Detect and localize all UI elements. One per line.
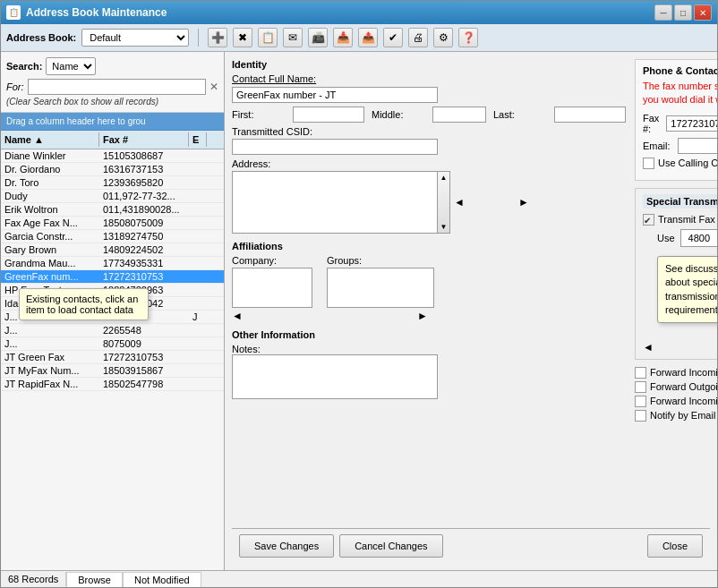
save-changes-button[interactable]: Save Changes — [239, 534, 334, 558]
affiliations-next-icon[interactable]: ► — [417, 310, 428, 322]
csid-label-row: Transmitted CSID: — [232, 126, 626, 137]
address-input[interactable] — [232, 171, 438, 234]
first-name-input[interactable] — [293, 107, 364, 123]
toolbar-separator — [198, 29, 199, 47]
middle-label: Middle: — [372, 109, 425, 120]
contact-row[interactable]: Grandma Mau...17734935331 — [1, 257, 224, 270]
close-window-button[interactable]: ✕ — [694, 4, 712, 21]
contact-row[interactable]: JT Green Fax17272310753 — [1, 351, 224, 364]
address-nav: ◄ ► — [450, 171, 529, 234]
address-prev-icon[interactable]: ◄ — [454, 196, 465, 209]
use-label: Use — [657, 233, 675, 243]
toolbar-btn-email[interactable]: ✉ — [283, 28, 303, 47]
toolbar-btn-copy[interactable]: 📋 — [258, 28, 278, 47]
transmit-baud-row: ✔ Transmit Fax at Specific Baud Rate — [643, 214, 717, 226]
toolbar-btn-add[interactable]: ➕ — [208, 28, 227, 47]
col-header-fax[interactable]: Fax # — [99, 132, 189, 147]
company-col: Company: — [232, 255, 312, 308]
contact-row[interactable]: J...8075009 — [1, 337, 224, 351]
special-tx-title: Special Transmission Requirements — [643, 194, 717, 209]
search-row: Search: Name — [6, 57, 218, 75]
toolbar-btn-import[interactable]: 📥 — [333, 28, 353, 47]
affiliations-section: Affiliations Company: Groups: — [232, 241, 626, 322]
phone-contact-section: Phone & Contact The fax number should be… — [635, 59, 717, 181]
search-area: Search: Name For: ✕ (Clear Search box to… — [1, 52, 224, 113]
contact-full-name-label: Contact Full Name: — [232, 73, 316, 84]
browse-tab[interactable]: Browse — [66, 572, 123, 587]
contact-row[interactable]: Dudy011,972-77-32... — [1, 190, 224, 203]
other-section: Other Information Notes: — [232, 329, 626, 401]
clear-search-button[interactable]: ✕ — [209, 81, 218, 93]
toolbar-btn-print[interactable]: 🖨 — [408, 28, 428, 47]
contact-list[interactable]: Diane Winkler15105308687 Dr. Giordano163… — [1, 149, 224, 570]
affiliations-nav: ◄ ► — [232, 310, 626, 322]
col-header-name[interactable]: Name ▲ — [1, 132, 99, 147]
calling-card-row: Use Calling Card ? — [643, 158, 717, 169]
cancel-changes-button[interactable]: Cancel Changes — [339, 534, 442, 558]
special-tx-prev-icon[interactable]: ◄ — [643, 341, 654, 354]
identity-section: Identity Contact Full Name: First: Middl… — [232, 59, 626, 234]
close-button[interactable]: Close — [647, 534, 703, 558]
col-header-e[interactable]: E — [189, 132, 207, 147]
contact-row-selected[interactable]: GreenFax num...17272310753 Existing cont… — [1, 270, 224, 284]
affiliations-prev-icon[interactable]: ◄ — [232, 310, 243, 322]
contact-row[interactable]: Dr. Giordano16316737153 — [1, 163, 224, 176]
address-next-icon[interactable]: ► — [518, 196, 529, 209]
contact-row[interactable]: Fax Age Fax N...18508075009 — [1, 217, 224, 230]
contact-row[interactable]: J...2265548 — [1, 324, 224, 337]
contact-row[interactable]: JT RapidFax N...18502547798 — [1, 378, 224, 391]
contact-row[interactable]: JT MyFax Num...18503915867 — [1, 364, 224, 378]
transmit-baud-label: Transmit Fax at Specific Baud Rate — [658, 214, 717, 225]
groups-col: Groups: — [327, 255, 434, 308]
csid-input[interactable] — [232, 139, 438, 155]
calling-card-checkbox[interactable] — [643, 158, 654, 169]
email-input[interactable] — [678, 138, 717, 154]
address-book-label: Address Book: — [6, 32, 76, 43]
toolbar-btn-settings[interactable]: ⚙ — [433, 28, 453, 47]
company-input[interactable] — [232, 268, 312, 308]
toolbar-btn-check[interactable]: ✔ — [383, 28, 403, 47]
forward-incoming-fax-checkbox[interactable] — [635, 396, 646, 407]
contact-row[interactable]: Erik Woltron011,431890028... — [1, 203, 224, 217]
fax-input[interactable] — [666, 115, 717, 132]
groups-input[interactable] — [327, 268, 434, 308]
toolbar-btn-fax[interactable]: 📠 — [308, 28, 328, 47]
contact-row[interactable]: Garcia Constr...13189274750 — [1, 230, 224, 243]
scroll-down-icon[interactable]: ▼ — [440, 223, 448, 231]
maximize-button[interactable]: □ — [674, 4, 692, 21]
contact-row[interactable]: Diane Winkler15105308687 — [1, 149, 224, 163]
toolbar-btn-delete[interactable]: ✖ — [233, 28, 252, 47]
address-scrollbar[interactable]: ▲ ▼ — [438, 171, 450, 234]
not-modified-status: Not Modified — [123, 572, 201, 587]
affiliations-inputs: Company: Groups: — [232, 255, 626, 308]
bottom-left-buttons: Save Changes Cancel Changes — [239, 534, 443, 558]
address-book-select[interactable]: Default — [81, 29, 189, 47]
search-input[interactable] — [28, 79, 206, 95]
forward-incoming-email-checkbox[interactable] — [635, 367, 646, 379]
address-label: Address: — [232, 158, 270, 169]
minimize-button[interactable]: ─ — [654, 4, 672, 21]
search-type-select[interactable]: Name — [46, 57, 96, 75]
left-form: Identity Contact Full Name: First: Middl… — [232, 59, 626, 528]
notify-email-label: Notify by Email of Web Update ? — [650, 410, 717, 421]
baud-select[interactable]: 4800 2400 7200 9600 14400 — [680, 229, 717, 247]
transmit-baud-checkbox[interactable]: ✔ — [643, 214, 654, 226]
toolbar-btn-export[interactable]: 📤 — [358, 28, 378, 47]
first-label: First: — [232, 109, 286, 120]
scroll-up-icon[interactable]: ▲ — [440, 174, 448, 182]
toolbar: Address Book: Default ➕ ✖ 📋 ✉ 📠 📥 📤 ✔ 🖨 … — [1, 24, 717, 52]
contact-full-name-input[interactable] — [232, 87, 438, 103]
contact-row[interactable]: Dr. Toro12393695820 — [1, 176, 224, 190]
company-label: Company: — [232, 255, 312, 266]
identity-title: Identity — [232, 59, 626, 70]
address-container: ▲ ▼ ◄ ► — [232, 171, 626, 234]
middle-name-input[interactable] — [432, 107, 486, 123]
forward-outgoing-email-row: Forward Outgoing Faxes to Email ? — [635, 381, 717, 393]
last-name-input[interactable] — [554, 107, 626, 123]
notes-input[interactable] — [232, 354, 438, 399]
notify-email-checkbox[interactable] — [635, 410, 646, 422]
notify-email-row: Notify by Email of Web Update ? — [635, 410, 717, 422]
contact-row[interactable]: Gary Brown14809224502 — [1, 243, 224, 257]
toolbar-btn-help[interactable]: ❓ — [458, 28, 478, 47]
forward-outgoing-email-checkbox[interactable] — [635, 381, 646, 393]
